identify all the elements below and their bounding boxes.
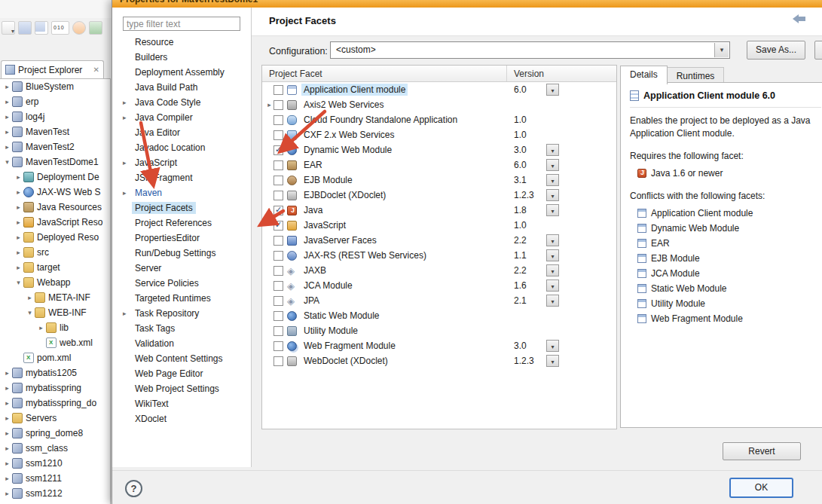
nav-item[interactable]: Builders (112, 50, 252, 65)
tree-item[interactable]: ▸ log4j (0, 109, 110, 124)
tree-item[interactable]: ▸ JavaScript Reso (0, 215, 110, 230)
configuration-select[interactable]: <custom> (330, 41, 730, 59)
facet-checkbox[interactable] (273, 115, 283, 125)
tree-item[interactable]: ▸ ssm1210 (0, 456, 110, 471)
twisty-icon[interactable]: ▸ (123, 159, 132, 166)
nav-item[interactable]: WikiText (112, 396, 252, 411)
facet-row[interactable]: EAR 6.0 (262, 157, 616, 173)
facet-checkbox[interactable] (273, 176, 283, 185)
facet-checkbox[interactable] (273, 236, 283, 246)
tree-item[interactable]: ▸ Servers (0, 411, 110, 426)
tree-item[interactable]: ▸ mybatisspring_do (0, 396, 110, 411)
twisty-icon[interactable]: ▸ (3, 98, 11, 105)
close-icon[interactable]: ✕ (93, 66, 99, 74)
facet-row[interactable]: JAXB 2.2 (262, 263, 616, 278)
column-header-version[interactable]: Version (506, 66, 616, 81)
facet-row[interactable]: JavaScript 1.0 (262, 218, 616, 233)
tree-item[interactable]: ▾ WEB-INF (0, 305, 110, 320)
tree-item[interactable]: ▸ target (0, 260, 110, 275)
facet-checkbox[interactable] (273, 160, 283, 170)
version-dropdown-button[interactable] (546, 249, 559, 261)
tree-item[interactable]: ▸ spring_dome8 (0, 426, 110, 441)
twisty-icon[interactable]: ▸ (3, 128, 11, 136)
twisty-icon[interactable]: ▸ (14, 203, 23, 211)
filter-input[interactable] (123, 17, 240, 31)
project-explorer-tab[interactable]: Project Explorer ✕ (1, 60, 104, 78)
facet-checkbox[interactable] (273, 130, 283, 140)
version-dropdown-button[interactable] (546, 340, 559, 352)
facet-checkbox[interactable] (273, 191, 283, 200)
facet-checkbox[interactable] (273, 311, 283, 321)
saveall-icon[interactable] (35, 21, 48, 35)
facet-checkbox[interactable] (273, 100, 283, 110)
twisty-icon[interactable]: ▸ (3, 384, 11, 392)
facet-row[interactable]: Dynamic Web Module 3.0 (262, 142, 616, 157)
nav-item[interactable]: ▸ Task Repository (112, 306, 252, 321)
nav-item[interactable]: ▸ Java Code Style (112, 95, 252, 110)
nav-item[interactable]: Project Facets (112, 200, 252, 215)
tree-item[interactable]: ▸ META-INF (0, 290, 110, 305)
twisty-icon[interactable]: ▸ (14, 173, 23, 181)
tree-item[interactable]: ▸ Java Resources (0, 200, 110, 215)
nav-item[interactable]: Run/Debug Settings (112, 246, 252, 261)
help-button[interactable]: ? (125, 480, 142, 497)
tree-item[interactable]: ▸ MavenTest2 (0, 139, 110, 154)
facet-row[interactable]: WebDoclet (XDoclet) 1.2.3 (262, 353, 616, 368)
nav-item[interactable]: ▸ Java Compiler (112, 110, 252, 125)
nav-item[interactable]: Web Project Settings (112, 381, 252, 396)
nav-item[interactable]: ▸ Maven (112, 185, 252, 200)
twisty-icon[interactable]: ▸ (3, 429, 11, 437)
nav-item[interactable]: Server (112, 261, 252, 276)
twisty-icon[interactable]: ▾ (26, 309, 34, 316)
facet-row[interactable]: Web Fragment Module 3.0 (262, 338, 616, 353)
tree-item[interactable]: ▸ BlueSystem (0, 79, 110, 94)
version-dropdown-button[interactable] (546, 295, 559, 307)
facet-row[interactable]: Application Client module 6.0 (262, 82, 616, 97)
clipped-button[interactable] (814, 41, 822, 60)
nav-item[interactable]: ▸ JavaScript (112, 155, 252, 170)
twisty-icon[interactable]: ▾ (3, 158, 11, 166)
tree-item[interactable]: ▸ mybatisspring (0, 380, 110, 396)
nav-item[interactable]: Web Page Editor (112, 366, 252, 381)
version-dropdown-button[interactable] (546, 264, 559, 276)
facet-row[interactable]: JAX-RS (REST Web Services) 1.1 (262, 248, 616, 263)
nav-item[interactable]: Service Policies (112, 276, 252, 291)
version-dropdown-button[interactable] (546, 279, 559, 292)
nav-item[interactable]: Validation (112, 336, 252, 351)
tree-item[interactable]: ▸ ssm1212 (0, 486, 110, 501)
tree-item[interactable]: ▾ MavenTestDome1 (0, 154, 110, 170)
nav-item[interactable]: PropertiesEditor (112, 231, 252, 246)
save-as-button[interactable]: Save As... (747, 41, 805, 60)
nav-item[interactable]: Java Build Path (112, 80, 252, 95)
facet-row[interactable]: JPA 2.1 (262, 293, 616, 308)
twisty-icon[interactable]: ▸ (123, 99, 132, 106)
twisty-icon[interactable]: ▸ (265, 101, 273, 108)
twisty-icon[interactable]: ▸ (3, 399, 11, 407)
twisty-icon[interactable]: ▸ (14, 188, 23, 196)
revert-button[interactable]: Revert (723, 442, 801, 460)
facet-row[interactable]: Utility Module (262, 323, 616, 338)
twisty-icon[interactable]: ▸ (123, 114, 132, 121)
twisty-icon[interactable]: ▸ (3, 414, 11, 422)
version-dropdown-button[interactable] (546, 174, 559, 186)
nav-item[interactable]: XDoclet (112, 411, 252, 426)
launch-icon[interactable] (89, 21, 102, 35)
version-dropdown-button[interactable] (546, 159, 559, 171)
twisty-icon[interactable]: ▸ (3, 475, 11, 482)
tab-details[interactable]: Details (620, 66, 668, 84)
column-header-project-facet[interactable]: Project Facet (262, 66, 506, 81)
facet-row[interactable]: Java 1.8 (262, 203, 616, 218)
facet-checkbox[interactable] (273, 356, 283, 366)
dialog-titlebar[interactable]: Properties for MavenTestDome1 (112, 0, 822, 8)
version-dropdown-button[interactable] (546, 144, 559, 156)
tree-item[interactable]: pom.xml (0, 350, 110, 365)
version-dropdown-button[interactable] (546, 234, 559, 246)
nav-item[interactable]: Javadoc Location (112, 140, 252, 155)
back-arrow-icon[interactable] (793, 14, 808, 24)
nav-item[interactable]: Deployment Assembly (112, 65, 252, 80)
facet-checkbox[interactable] (273, 221, 283, 231)
skip-icon[interactable] (72, 21, 86, 35)
twisty-icon[interactable]: ▾ (14, 279, 23, 286)
tree-item[interactable]: ▸ ssm1211 (0, 471, 110, 486)
twisty-icon[interactable]: ▸ (14, 218, 23, 226)
